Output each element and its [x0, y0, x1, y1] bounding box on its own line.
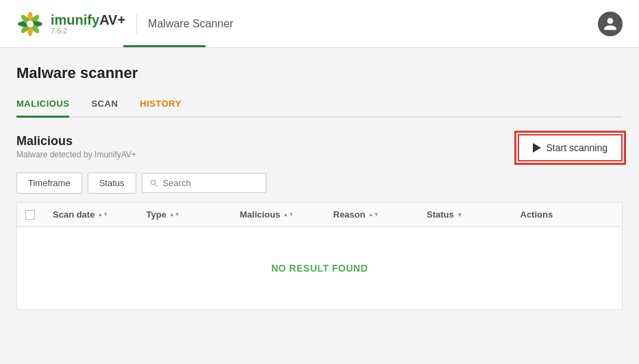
tab-history[interactable]: HISTORY — [140, 93, 181, 118]
no-result-message: NO RESULT FOUND — [271, 263, 368, 274]
avatar-icon — [603, 16, 618, 31]
table-body: NO RESULT FOUND — [17, 227, 622, 309]
sort-icon-type[interactable]: ▲▼ — [169, 211, 180, 218]
timeframe-button[interactable]: Timeframe — [16, 172, 82, 194]
tabs-bar: MALICIOUS SCAN HISTORY — [16, 93, 623, 118]
sort-icon-status[interactable]: ▼ — [457, 211, 463, 218]
sort-icon-scan-date[interactable]: ▲▼ — [97, 211, 108, 218]
logo-area: imunifyAV+ 7.6.2 — [16, 10, 125, 38]
brand-text: imunifyAV+ — [51, 12, 125, 27]
sort-icon-reason[interactable]: ▲▼ — [368, 211, 379, 218]
nav-title: Malware Scanner — [148, 18, 234, 30]
header-right — [598, 12, 623, 36]
filter-bar: Timeframe Status — [16, 172, 623, 194]
tab-malicious[interactable]: MALICIOUS — [16, 93, 69, 118]
status-button[interactable]: Status — [88, 172, 136, 194]
sort-icon-malicious[interactable]: ▲▼ — [283, 211, 294, 218]
search-box — [142, 173, 266, 193]
col-reason: Reason ▲▼ — [334, 209, 427, 220]
main-content: Malware scanner MALICIOUS SCAN HISTORY M… — [0, 48, 639, 326]
version-label: 7.6.2 — [51, 27, 125, 35]
tab-scan[interactable]: SCAN — [91, 93, 118, 118]
svg-point-8 — [27, 21, 34, 27]
select-all-checkbox[interactable] — [25, 210, 35, 220]
col-scan-date: Scan date ▲▼ — [53, 209, 147, 220]
search-input[interactable] — [163, 178, 259, 188]
scan-button-label: Start scanning — [547, 142, 608, 153]
logo-icon — [16, 10, 44, 38]
header-checkbox-col — [25, 210, 53, 220]
play-icon — [533, 143, 541, 153]
brand-av-plus: AV+ — [99, 12, 125, 27]
section-title: Malicious — [16, 134, 136, 148]
col-type: Type ▲▼ — [147, 209, 240, 220]
col-malicious: Malicious ▲▼ — [240, 209, 334, 220]
col-status: Status ▼ — [427, 209, 521, 220]
section-header: Malicious Malware detected by ImunifyAV+… — [16, 134, 623, 161]
app-header: imunifyAV+ 7.6.2 Malware Scanner — [0, 0, 639, 48]
col-actions: Actions — [521, 209, 614, 220]
page-title: Malware scanner — [16, 64, 623, 82]
malicious-table: Scan date ▲▼ Type ▲▼ Malicious ▲▼ Reason… — [16, 202, 623, 310]
table-header: Scan date ▲▼ Type ▲▼ Malicious ▲▼ Reason… — [17, 203, 622, 227]
nav-underline — [123, 45, 205, 47]
start-scanning-button[interactable]: Start scanning — [518, 134, 623, 161]
section-title-area: Malicious Malware detected by ImunifyAV+ — [16, 134, 136, 159]
nav-divider — [136, 14, 137, 34]
brand-name-area: imunifyAV+ 7.6.2 — [51, 12, 125, 35]
user-avatar[interactable] — [598, 12, 623, 36]
section-subtitle: Malware detected by ImunifyAV+ — [16, 150, 136, 159]
search-icon — [149, 179, 159, 188]
